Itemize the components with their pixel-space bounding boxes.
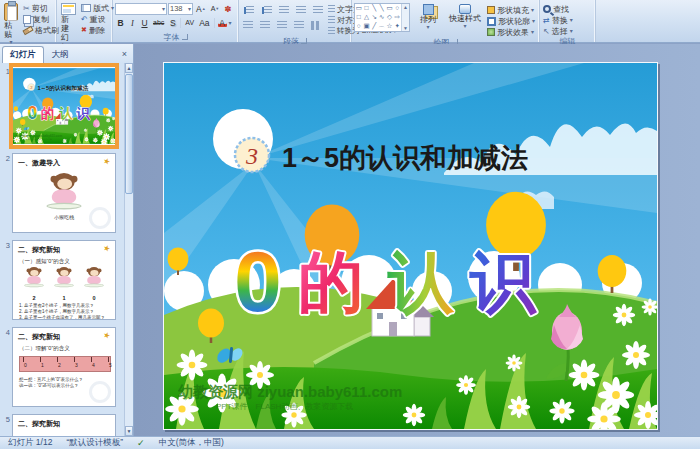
group-label-font: 字体 bbox=[164, 32, 180, 43]
replace-button[interactable]: ⇄替换▾ bbox=[542, 15, 574, 25]
panel-tabs: 幻灯片 大纲 × bbox=[0, 44, 133, 63]
align-center-button[interactable] bbox=[258, 20, 272, 32]
thumb-subtitle: （二）理解“0”的含义 bbox=[13, 342, 115, 352]
tab-outline[interactable]: 大纲 bbox=[44, 46, 77, 63]
arrange-button[interactable]: 排列 ▾ bbox=[412, 3, 444, 31]
close-icon[interactable]: × bbox=[119, 48, 130, 59]
shape-effects-button[interactable]: 形状效果▾ bbox=[486, 27, 536, 37]
shape-icon[interactable]: ︷ bbox=[378, 22, 386, 31]
scroll-down-icon[interactable]: ▼ bbox=[403, 25, 408, 31]
chevron-down-icon: ▾ bbox=[188, 6, 191, 12]
ribbon-group-font: ▾ 138▾ A▲ A▼ ✽ B I U abc S AV Aa A bbox=[113, 0, 239, 42]
shrink-font-button[interactable]: A▼ bbox=[209, 3, 222, 15]
clear-formatting-button[interactable]: ✽ bbox=[222, 3, 233, 15]
increase-indent-button[interactable] bbox=[294, 5, 308, 17]
cut-button[interactable]: ✂剪切 bbox=[22, 3, 60, 13]
chevron-down-icon: ▾ bbox=[532, 18, 535, 24]
language-indicator[interactable]: 中文(简体，中国) bbox=[159, 437, 224, 449]
justify-button[interactable] bbox=[292, 20, 306, 32]
shape-icon[interactable]: ▭ bbox=[386, 4, 394, 13]
font-color-button[interactable]: A bbox=[217, 17, 228, 28]
shape-icon[interactable]: ╲ bbox=[378, 4, 386, 13]
watermark-logo bbox=[89, 207, 111, 229]
shape-icon[interactable]: ╲ bbox=[370, 4, 378, 13]
strikethrough-button[interactable]: abc bbox=[151, 17, 166, 29]
thumb-title: 二、探究新知 bbox=[13, 328, 115, 342]
find-button[interactable]: 查找 bbox=[542, 4, 574, 14]
dialog-launcher-icon[interactable] bbox=[182, 34, 188, 40]
align-right-button[interactable] bbox=[275, 20, 289, 32]
thumbnail-row-2: 2 一、激趣导入 ★ 小猴吃桃 bbox=[2, 153, 124, 233]
chevron-down-icon: ▾ bbox=[162, 6, 165, 12]
columns-icon bbox=[311, 21, 320, 30]
font-size-combo[interactable]: 138▾ bbox=[168, 3, 193, 15]
shape-icon[interactable]: □ bbox=[363, 4, 371, 13]
scissors-icon: ✂ bbox=[23, 4, 30, 13]
shape-icon[interactable]: □ bbox=[355, 13, 363, 22]
slide-thumbnail-5[interactable]: 二、探究新知 bbox=[12, 414, 116, 436]
shape-icon[interactable]: ╱ bbox=[370, 22, 378, 31]
tab-slides[interactable]: 幻灯片 bbox=[2, 46, 44, 63]
monkey-row: 2 1 0 bbox=[13, 265, 115, 301]
panel-scrollbar[interactable]: ▲ ▼ bbox=[124, 63, 133, 436]
slide-thumbnail-3[interactable]: 二、探究新知 ★ （一）感知“0”的含义 2 1 0 1. 盘子里有2个桃子，用… bbox=[12, 240, 116, 320]
bullets-button[interactable] bbox=[241, 5, 256, 17]
shape-icon[interactable]: △ bbox=[363, 13, 371, 22]
shape-icon[interactable]: ↘ bbox=[370, 13, 378, 22]
shape-icon[interactable]: ▭ bbox=[355, 4, 363, 13]
shape-fill-button[interactable]: 形状填充▾ bbox=[486, 5, 536, 15]
arrow-down-icon: ▼ bbox=[215, 7, 219, 11]
layout-button[interactable]: 版式▾ bbox=[80, 3, 115, 13]
copy-icon bbox=[23, 15, 31, 24]
grow-font-button[interactable]: A▲ bbox=[194, 3, 208, 15]
columns-button[interactable] bbox=[309, 20, 322, 32]
shape-icon[interactable]: ⇨ bbox=[393, 13, 401, 22]
slide-thumbnail-1[interactable] bbox=[12, 66, 116, 146]
shape-icon[interactable]: ✦ bbox=[393, 22, 401, 31]
shape-icon[interactable]: ∿ bbox=[378, 13, 386, 22]
italic-button[interactable]: I bbox=[127, 17, 138, 29]
shapes-gallery[interactable]: ▭□╲╲▭○ □△↘∿◇⇨ ○▣╱︷☆✦ ▲ ▼ bbox=[354, 3, 410, 32]
shape-icon[interactable]: ☆ bbox=[386, 22, 394, 31]
align-left-button[interactable] bbox=[241, 20, 255, 32]
decrease-indent-icon bbox=[279, 6, 289, 15]
scroll-down-icon[interactable]: ▼ bbox=[125, 426, 133, 436]
quick-styles-icon bbox=[459, 4, 471, 14]
arrange-icon bbox=[423, 4, 434, 15]
change-case-button[interactable]: Aa bbox=[197, 17, 211, 29]
quick-styles-button[interactable]: 快速样式 ▾ bbox=[446, 3, 484, 30]
scrollbar-thumb[interactable] bbox=[125, 74, 133, 194]
paste-button[interactable]: 粘贴 ▾ bbox=[2, 2, 20, 46]
numbering-button[interactable] bbox=[259, 5, 274, 17]
slide-thumbnail-4[interactable]: 二、探究新知 ★ （二）理解“0”的含义 0 1 2 3 4 5 想一想：直尺 bbox=[12, 327, 116, 407]
slide-canvas[interactable] bbox=[163, 62, 658, 430]
ribbon: 粘贴 ▾ ✂剪切 复制 格式刷 剪贴板 新建 幻灯片 版式▾ bbox=[0, 0, 700, 43]
numbering-icon bbox=[264, 6, 272, 15]
character-spacing-button[interactable]: AV bbox=[183, 17, 196, 29]
scroll-up-icon[interactable]: ▲ bbox=[403, 4, 408, 10]
slide-thumbnail-2[interactable]: 一、激趣导入 ★ 小猴吃桃 bbox=[12, 153, 116, 233]
line-spacing-button[interactable] bbox=[311, 5, 325, 17]
bold-button[interactable]: B bbox=[115, 17, 126, 29]
reset-button[interactable]: ↶重设 bbox=[80, 14, 115, 24]
underline-button[interactable]: U bbox=[139, 17, 150, 29]
shapes-gallery-scrollbar[interactable]: ▲ ▼ bbox=[401, 4, 409, 31]
shape-icon[interactable]: ◇ bbox=[386, 13, 394, 22]
copy-button[interactable]: 复制 bbox=[22, 14, 60, 24]
spellcheck-icon[interactable]: ✓ bbox=[137, 438, 145, 448]
select-button[interactable]: ↖选择▾ bbox=[542, 26, 574, 36]
chevron-down-icon: ▾ bbox=[463, 23, 466, 29]
shape-outline-button[interactable]: 形状轮廓▾ bbox=[486, 16, 536, 26]
shape-icon[interactable]: ○ bbox=[393, 4, 401, 13]
font-name-combo[interactable]: ▾ bbox=[115, 3, 167, 15]
delete-slide-button[interactable]: ✖删除 bbox=[80, 25, 115, 35]
thumb-body-text: 1. 盘子里有2个桃子，用数字几表示？ 2. 盘子里有1个桃子，用数字几表示？ … bbox=[13, 301, 115, 320]
shape-icon[interactable]: ▣ bbox=[363, 22, 371, 31]
line-spacing-icon bbox=[313, 6, 323, 15]
text-shadow-button[interactable]: S bbox=[167, 17, 178, 29]
format-painter-button[interactable]: 格式刷 bbox=[22, 25, 60, 35]
increase-indent-icon bbox=[296, 6, 306, 15]
decrease-indent-button[interactable] bbox=[277, 5, 291, 17]
scroll-up-icon[interactable]: ▲ bbox=[125, 63, 133, 73]
shape-icon[interactable]: ○ bbox=[355, 22, 363, 31]
